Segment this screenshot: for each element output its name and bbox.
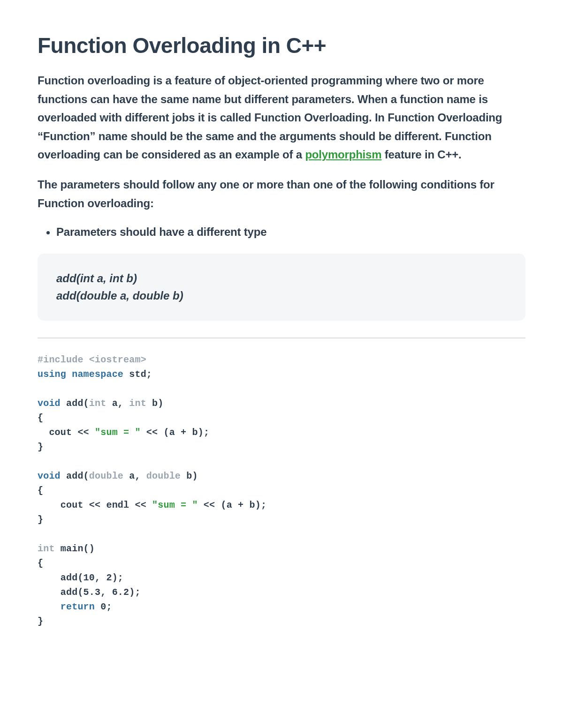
code-type: int — [129, 398, 146, 409]
code-text: a, — [123, 471, 146, 481]
code-string: "sum = " — [95, 427, 141, 438]
example-box: add(int a, int b) add(double a, double b… — [38, 254, 525, 320]
page-title: Function Overloading in C++ — [38, 33, 525, 58]
separator — [38, 338, 525, 338]
code-text: cout << — [38, 427, 95, 438]
code-text: cout << endl << — [38, 500, 152, 510]
code-text: std; — [123, 369, 152, 380]
code-text: { — [38, 558, 43, 569]
code-include: #include <iostream> — [38, 354, 146, 365]
condition-item: Parameters should have a different type — [56, 224, 525, 240]
code-keyword: return — [38, 601, 95, 612]
example-line: add(int a, int b) — [56, 270, 507, 287]
conditions-list: Parameters should have a different type — [38, 224, 525, 240]
polymorphism-link[interactable]: polymorphism — [305, 148, 381, 161]
example-line: add(double a, double b) — [56, 287, 507, 304]
code-text: b) — [146, 398, 164, 409]
code-text: << (a + b); — [141, 427, 209, 438]
code-keyword: void — [38, 398, 61, 409]
code-text: a, — [106, 398, 129, 409]
code-type: double — [146, 471, 181, 481]
code-text: 0; — [95, 601, 112, 612]
code-type: double — [89, 471, 123, 481]
code-keyword: namespace — [72, 369, 123, 380]
code-keyword: void — [38, 471, 61, 481]
article: Function Overloading in C++ Function ove… — [0, 0, 563, 647]
code-text: b) — [181, 471, 198, 481]
code-text: main() — [55, 543, 95, 554]
code-block: #include <iostream> using namespace std;… — [38, 353, 525, 629]
code-text: { — [38, 413, 43, 423]
code-text: { — [38, 485, 43, 496]
code-text: add(5.3, 6.2); — [38, 587, 141, 598]
intro-paragraph: Function overloading is a feature of obj… — [38, 71, 525, 164]
code-type: int — [89, 398, 107, 409]
intro-text-post: feature in C++. — [381, 148, 461, 161]
code-text: } — [38, 616, 43, 627]
code-keyword: using — [38, 369, 66, 380]
code-text: << (a + b); — [198, 500, 266, 510]
code-text: add(10, 2); — [38, 572, 123, 583]
code-string: "sum = " — [152, 500, 198, 510]
code-text: add( — [61, 398, 89, 409]
code-type: int — [38, 543, 55, 554]
code-text: } — [38, 514, 43, 525]
code-text: add( — [61, 471, 89, 481]
conditions-paragraph: The parameters should follow any one or … — [38, 175, 525, 212]
code-text: } — [38, 442, 43, 452]
